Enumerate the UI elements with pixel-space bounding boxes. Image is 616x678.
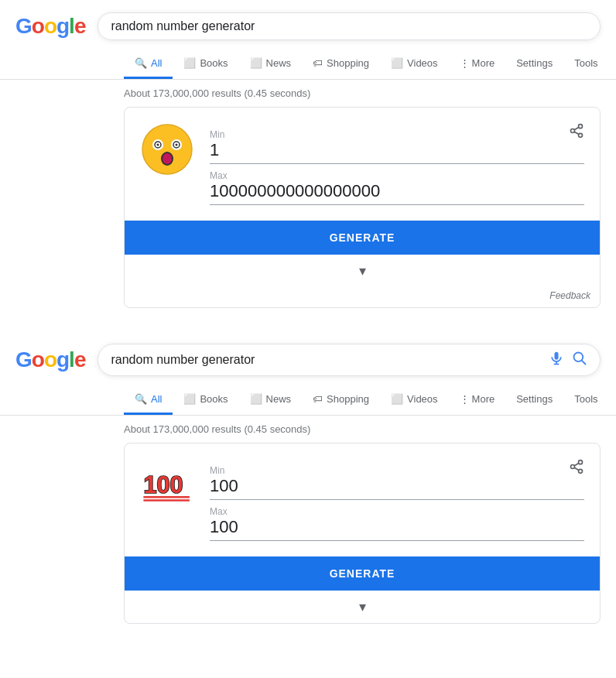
rng-min-value-1[interactable]: 1 [210, 140, 584, 164]
tab-more-2[interactable]: ⋮ More [449, 385, 506, 415]
share-icon-1[interactable] [569, 123, 584, 142]
more-dots-icon-2: ⋮ [460, 393, 470, 405]
tab-news-1[interactable]: ⬜ News [239, 50, 303, 79]
google-logo-1: Google [15, 14, 85, 39]
shopping-icon-1: 🏷 [313, 57, 323, 69]
nav-tabs-2: 🔍 All ⬜ Books ⬜ News 🏷 Shopping ⬜ Videos… [15, 385, 601, 415]
generate-button-1[interactable]: GENERATE [125, 221, 600, 255]
tab-videos-2[interactable]: ⬜ Videos [380, 385, 449, 415]
search-section-1: Google [0, 0, 616, 80]
search-header-1: Google [15, 12, 601, 40]
search-section-2: Google [0, 331, 616, 416]
results-info-2: About 173,000,000 results (0.45 seconds) [0, 416, 616, 443]
svg-point-29 [579, 469, 583, 473]
tab-all-2[interactable]: 🔍 All [124, 385, 173, 415]
rng-body-1: Min 1 Max 100000000000000000 [125, 108, 600, 221]
rng-widget-1: Min 1 Max 100000000000000000 GENERATE ▾ … [124, 107, 601, 308]
tab-settings-1[interactable]: Settings [505, 50, 563, 79]
rng-emoji-1 [140, 123, 194, 183]
rng-body-2: 100 Min 100 Max 100 [125, 443, 600, 556]
svg-point-9 [157, 144, 159, 146]
rng-widget-2: 100 Min 100 Max 100 GENERATE ▾ [124, 443, 601, 624]
svg-point-27 [579, 461, 583, 464]
svg-point-13 [163, 153, 172, 164]
rng-max-value-1[interactable]: 100000000000000000 [210, 181, 584, 205]
search-bar-icons-1 [580, 19, 587, 33]
search-input-2[interactable] [111, 353, 542, 367]
svg-point-28 [571, 465, 575, 469]
tab-settings-2[interactable]: Settings [505, 385, 563, 415]
search-bar-icons-2 [549, 351, 587, 369]
videos-icon-2: ⬜ [391, 393, 403, 405]
nav-tabs-1: 🔍 All ⬜ Books ⬜ News 🏷 Shopping ⬜ Videos… [15, 50, 601, 79]
tab-news-2[interactable]: ⬜ News [239, 385, 303, 415]
shopping-icon-2: 🏷 [313, 393, 323, 405]
rng-controls-1: Min 1 Max 100000000000000000 [210, 123, 584, 205]
share-icon-2[interactable] [569, 459, 584, 478]
books-icon-2: ⬜ [183, 393, 196, 405]
more-dots-icon-1: ⋮ [460, 57, 470, 69]
search-bar-1[interactable] [98, 12, 601, 40]
tab-tools-1[interactable]: Tools [563, 50, 608, 79]
nav-settings-2: Settings Tools [505, 385, 608, 415]
svg-line-17 [574, 132, 579, 134]
news-icon-2: ⬜ [250, 393, 262, 405]
search-icon-2[interactable] [572, 351, 587, 369]
mic-icon-2[interactable] [549, 351, 564, 369]
generate-button-2[interactable]: GENERATE [125, 556, 600, 591]
search-header-2: Google [15, 344, 601, 376]
svg-rect-19 [555, 352, 559, 360]
svg-text:100: 100 [143, 471, 183, 498]
rng-max-label-2: Max [210, 506, 584, 517]
rng-max-label-1: Max [210, 170, 584, 181]
all-icon-1: 🔍 [135, 57, 147, 69]
tab-shopping-1[interactable]: 🏷 Shopping [302, 50, 380, 79]
tab-more-1[interactable]: ⋮ More [449, 50, 506, 79]
results-info-1: About 173,000,000 results (0.45 seconds) [0, 80, 616, 107]
svg-point-16 [579, 133, 583, 137]
svg-point-15 [571, 129, 575, 133]
tab-videos-1[interactable]: ⬜ Videos [380, 50, 449, 79]
search-bar-2[interactable] [98, 344, 601, 376]
expand-icon-2[interactable]: ▾ [125, 591, 600, 623]
search-input-1[interactable] [111, 19, 573, 33]
spacer [0, 324, 616, 331]
rng-min-label-1: Min [210, 129, 584, 140]
svg-line-23 [582, 361, 586, 365]
nav-settings-1: Settings Tools [505, 50, 608, 79]
tab-tools-2[interactable]: Tools [563, 385, 608, 415]
tab-books-1[interactable]: ⬜ Books [173, 50, 238, 79]
svg-line-30 [574, 467, 579, 470]
tab-books-2[interactable]: ⬜ Books [173, 385, 238, 415]
rng-emoji-2: 100 [140, 459, 194, 518]
svg-point-5 [142, 125, 192, 174]
rng-min-value-2[interactable]: 100 [210, 476, 584, 500]
tab-shopping-2[interactable]: 🏷 Shopping [302, 385, 380, 415]
tab-all-1[interactable]: 🔍 All [124, 50, 173, 79]
videos-icon-1: ⬜ [391, 57, 403, 69]
google-logo-2: Google [15, 348, 85, 372]
svg-line-18 [574, 127, 579, 129]
rng-max-value-2[interactable]: 100 [210, 517, 584, 541]
books-icon-1: ⬜ [183, 57, 196, 69]
rng-min-label-2: Min [210, 465, 584, 476]
svg-line-31 [574, 463, 579, 465]
svg-point-11 [176, 144, 178, 146]
svg-point-14 [579, 125, 583, 128]
expand-icon-1[interactable]: ▾ [125, 255, 600, 287]
rng-controls-2: Min 100 Max 100 [210, 459, 584, 541]
all-icon-2: 🔍 [135, 393, 147, 405]
feedback-link-1[interactable]: Feedback [125, 287, 600, 307]
news-icon-1: ⬜ [250, 57, 262, 69]
